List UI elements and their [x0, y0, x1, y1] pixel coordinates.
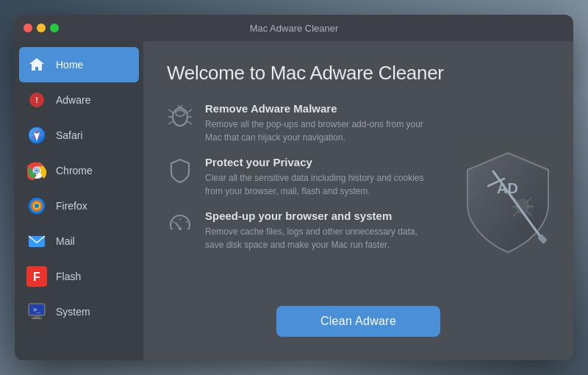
- clean-button-area: Clean Adware: [167, 300, 550, 340]
- svg-point-43: [176, 110, 184, 116]
- shield-decoration: AD: [460, 149, 556, 252]
- main-area: Home ! Adware: [15, 41, 573, 360]
- app-window: Mac Adware Cleaner Home !: [15, 15, 573, 360]
- sidebar-item-adware[interactable]: ! Adware: [15, 82, 143, 118]
- sidebar-item-home[interactable]: Home: [19, 47, 139, 82]
- svg-rect-20: [34, 315, 40, 318]
- sidebar-label-system: System: [56, 306, 90, 318]
- feature-desc-remove-adware: Remove all the pop-ups and browser add-o…: [205, 118, 426, 144]
- svg-line-50: [173, 221, 174, 223]
- sidebar-item-system[interactable]: >_ System: [15, 294, 143, 329]
- feature-heading-remove-adware: Remove Adware Malware: [205, 102, 426, 115]
- svg-text:>_: >_: [33, 307, 40, 313]
- feature-heading-privacy: Protect your Privacy: [205, 156, 426, 168]
- page-title: Welcome to Mac Adware Cleaner: [167, 62, 550, 85]
- sidebar-label-home: Home: [56, 59, 83, 71]
- sidebar-label-safari: Safari: [56, 129, 83, 141]
- minimize-button[interactable]: [37, 24, 46, 32]
- close-button[interactable]: [24, 24, 32, 32]
- feature-desc-speed: Remove cache files, logs and other unnec…: [205, 225, 426, 251]
- maximize-button[interactable]: [50, 24, 59, 32]
- content-area: Welcome to Mac Adware Cleaner AD: [143, 41, 573, 360]
- svg-point-15: [35, 204, 39, 208]
- chrome-icon: [26, 160, 47, 181]
- titlebar: Mac Adware Cleaner: [15, 15, 573, 41]
- sidebar-item-safari[interactable]: Safari: [15, 118, 143, 153]
- flash-icon: F: [26, 266, 47, 287]
- feature-heading-speed: Speed-up your browser and system: [205, 210, 426, 222]
- svg-line-40: [187, 110, 192, 113]
- sidebar-item-mail[interactable]: Mail: [15, 224, 143, 259]
- system-icon: >_: [26, 301, 47, 322]
- feature-text-speed: Speed-up your browser and system Remove …: [205, 210, 426, 251]
- sidebar: Home ! Adware: [15, 41, 143, 360]
- svg-rect-21: [32, 318, 42, 319]
- sidebar-label-flash: Flash: [56, 271, 81, 282]
- sidebar-label-adware: Adware: [56, 94, 90, 106]
- firefox-icon: [26, 196, 47, 216]
- sidebar-item-flash[interactable]: F Flash: [15, 259, 143, 294]
- adware-icon: !: [26, 90, 47, 110]
- feature-text-privacy: Protect your Privacy Clear all the sensi…: [205, 156, 426, 198]
- svg-text:!: !: [35, 96, 38, 104]
- sidebar-item-firefox[interactable]: Firefox: [15, 188, 143, 224]
- sidebar-item-chrome[interactable]: Chrome: [15, 153, 143, 188]
- safari-icon: [26, 125, 47, 146]
- svg-line-42: [187, 121, 192, 124]
- speedometer-icon: [167, 211, 193, 238]
- svg-text:F: F: [33, 271, 40, 283]
- feature-item-remove-adware: Remove Adware Malware Remove all the pop…: [167, 102, 550, 144]
- feature-desc-privacy: Clear all the sensitive data including h…: [205, 171, 426, 198]
- shield-icon: [167, 157, 193, 184]
- svg-line-52: [186, 221, 187, 223]
- mail-icon: [26, 231, 47, 251]
- svg-point-47: [179, 227, 182, 230]
- sidebar-label-firefox: Firefox: [56, 200, 87, 212]
- svg-point-11: [35, 169, 38, 172]
- window-title: Mac Adware Cleaner: [250, 23, 339, 34]
- sidebar-label-mail: Mail: [56, 235, 75, 247]
- clean-adware-button[interactable]: Clean Adware: [276, 306, 440, 337]
- traffic-lights: [24, 24, 59, 32]
- svg-line-37: [168, 110, 173, 113]
- home-icon: [26, 54, 47, 75]
- feature-text-remove-adware: Remove Adware Malware Remove all the pop…: [205, 102, 426, 144]
- sidebar-label-chrome: Chrome: [56, 165, 93, 176]
- bug-icon: [167, 104, 193, 130]
- svg-line-39: [168, 121, 173, 124]
